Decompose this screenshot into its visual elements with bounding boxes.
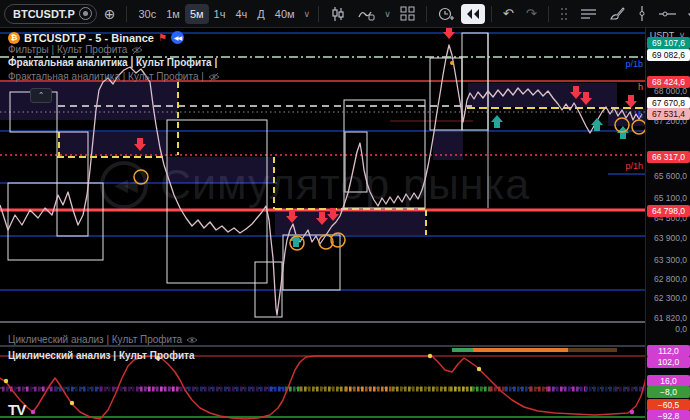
indicator-legend-fractal-label[interactable]: Фрактальная аналитика | Культ Профита |: [8, 57, 217, 68]
cycle-histogram-bar: [340, 387, 343, 392]
trend-lines-tool-button[interactable]: [575, 4, 602, 24]
indicator-legend-fractal-hidden-label[interactable]: Фрактальная аналитика | Культ Профита |: [8, 71, 204, 82]
tradingview-logo[interactable]: TV: [8, 401, 25, 418]
subpane-legend-label[interactable]: Циклический анализ | Культ Профита: [8, 350, 195, 361]
indicator-legend-fractal-hidden[interactable]: Фрактальная аналитика | Культ Профита |: [8, 71, 220, 82]
cycle-histogram-bar: [609, 387, 612, 392]
cycle-histogram-bar: [357, 387, 360, 392]
brush-tool-button[interactable]: [604, 4, 630, 24]
eye-slash-icon[interactable]: [208, 72, 220, 82]
symbol-search-badge-icon[interactable]: [79, 7, 92, 20]
cycle-histogram-bar: [120, 387, 123, 392]
cycle-histogram-bar: [572, 387, 575, 392]
fractal-box: [167, 120, 267, 283]
cycle-histogram-bar: [509, 387, 512, 392]
cycle-histogram-bar: [444, 387, 447, 392]
level-label: p/1h: [625, 161, 643, 171]
eye-icon-sub[interactable]: [186, 335, 198, 345]
cycle-histogram-bar: [75, 387, 78, 392]
cycle-histogram-bar: [282, 387, 285, 392]
cycle-histogram-bar: [392, 387, 395, 392]
eye-icon[interactable]: [131, 45, 143, 55]
flag-icon[interactable]: ⚑: [158, 32, 167, 43]
indicators-chevron-icon[interactable]: ∨: [382, 4, 393, 24]
cycle-histogram-bar: [369, 387, 372, 392]
cycle-histogram-bar: [400, 387, 403, 392]
subpane-legend-muted-label[interactable]: Циклический анализ | Культ Профита: [8, 334, 182, 345]
vertical-line-tool-button[interactable]: [632, 4, 652, 24]
undo-button[interactable]: ↶: [498, 4, 519, 24]
cycle-histogram-bar: [316, 387, 319, 392]
timeframe-chevron-icon[interactable]: ∨: [302, 4, 313, 24]
cycle-histogram-bar: [144, 387, 147, 392]
cycle-histogram-bar: [408, 387, 411, 392]
cycle-histogram-bar: [95, 387, 98, 392]
subpane-legend[interactable]: Циклический анализ | Культ Профита: [8, 350, 195, 361]
cycle-histogram-bar: [428, 387, 431, 392]
cycle-histogram-bar: [597, 387, 600, 392]
bar-replay-button[interactable]: [461, 4, 485, 24]
price-scale[interactable]: USDT ∨ 68 000,067 200,065 600,065 100,06…: [645, 28, 690, 420]
timeframe-button-1ч[interactable]: 1ч: [209, 4, 231, 24]
timeframe-button-5м[interactable]: 5м: [185, 4, 209, 24]
price-badge: 68 424,6: [647, 76, 690, 88]
symbol-search-button[interactable]: BTCUSDT.P: [4, 4, 97, 24]
symbol-legend[interactable]: ₿ BTCUSDT.P - 5 - Binance ⚑ ◀◀: [8, 31, 184, 44]
cycle-histogram-bar: [381, 387, 384, 392]
cycle-histogram-bar: [568, 387, 571, 392]
cycle-histogram-bar: [631, 387, 634, 392]
cycle-histogram-bar: [71, 387, 74, 392]
bitcoin-icon: ₿: [8, 32, 20, 44]
cycle-histogram-bar: [112, 387, 115, 392]
cycle-histogram-bar: [472, 387, 475, 392]
cycle-histogram-bar: [623, 387, 626, 392]
cycle-histogram-bar: [560, 387, 563, 392]
cycle-histogram-bar: [513, 387, 516, 392]
cycle-histogram-bar: [424, 387, 427, 392]
price-tick: 61 820,0: [654, 313, 687, 323]
cycle-histogram-bar: [34, 387, 37, 392]
indicator-legend-filters[interactable]: Фильтры | Культ Профита: [8, 44, 143, 55]
cycle-histogram-bar: [490, 387, 493, 392]
subpane-legend-muted[interactable]: Циклический анализ | Культ Профита: [8, 334, 198, 345]
cycle-histogram-bar: [328, 387, 331, 392]
cycle-histogram-bar: [172, 387, 175, 392]
collapse-pane-button[interactable]: ⌃: [30, 88, 52, 103]
symbol-legend-title[interactable]: BTCUSDT.P - 5 - Binance: [24, 32, 154, 44]
redo-button[interactable]: ↷: [521, 4, 542, 24]
cycle-histogram-bar: [104, 387, 107, 392]
alert-button[interactable]: [433, 4, 459, 24]
cycle-histogram-bar: [240, 387, 243, 392]
cycle-histogram-bar: [349, 387, 352, 392]
add-symbol-button[interactable]: ⊕: [99, 4, 121, 24]
replay-mode-badge-icon[interactable]: ◀◀: [171, 31, 184, 44]
drag-handle-icon[interactable]: [555, 4, 573, 24]
timeframe-button-4ч[interactable]: 4ч: [230, 4, 252, 24]
cycle-histogram-bar: [605, 387, 608, 392]
indicator-legend-fractal[interactable]: Фрактальная аналитика | Культ Профита |: [8, 57, 217, 68]
price-badge: 69 107,6: [647, 37, 690, 49]
price-badge: 102,0: [647, 356, 690, 368]
indicator-legend-filters-label[interactable]: Фильтры | Культ Профита: [8, 44, 127, 55]
arrow-down-tool-button[interactable]: [683, 4, 690, 24]
cycle-histogram-bar: [530, 387, 533, 392]
timeframe-button-Д[interactable]: Д: [252, 4, 269, 24]
timeframe-button-30с[interactable]: 30с: [133, 4, 161, 24]
timeframe-button-40м[interactable]: 40м: [270, 4, 300, 24]
cycle-histogram-bar: [345, 387, 348, 392]
cycle-histogram-bar: [320, 387, 323, 392]
cycle-histogram-bar: [627, 387, 630, 392]
candles-style-button[interactable]: [325, 4, 351, 24]
price-badge: −92,8: [647, 410, 690, 420]
timeframe-button-1м[interactable]: 1м: [161, 4, 185, 24]
cycle-histogram-bar: [458, 387, 461, 392]
horizontal-ray-tool-button[interactable]: [654, 4, 681, 24]
cycle-histogram-bar: [517, 387, 520, 392]
cycle-histogram-bar: [639, 387, 642, 392]
signal-circle-marker: [134, 170, 148, 184]
trading-terminal: { "toolbar": { "symbol": "BTCUSDT.P", "a…: [0, 0, 690, 420]
layout-grid-button[interactable]: [395, 4, 420, 24]
osc-signal-dot-yellow: [70, 401, 74, 405]
price-tick: 65 100,0: [654, 193, 687, 203]
indicators-button[interactable]: [353, 4, 380, 24]
